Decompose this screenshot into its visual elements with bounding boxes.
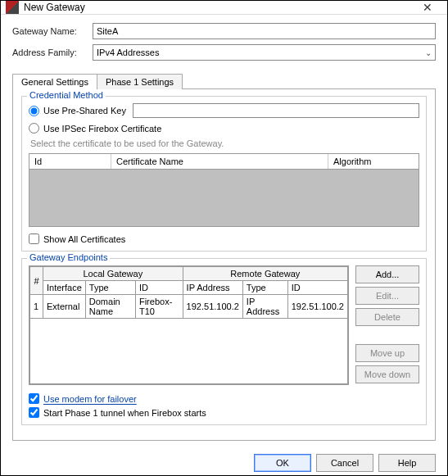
move-down-button[interactable]: Move down (355, 365, 419, 383)
add-button[interactable]: Add... (355, 265, 419, 283)
use-psk-radio[interactable] (29, 106, 39, 116)
cert-hint: Select the certificate to be used for th… (30, 138, 419, 148)
gateway-endpoints-legend: Gateway Endpoints (27, 252, 110, 262)
cert-col-name: Certificate Name (111, 154, 328, 169)
show-all-certs-checkbox[interactable] (29, 233, 39, 244)
col-ip: IP Address (183, 281, 242, 295)
col-interface: Interface (43, 281, 86, 295)
move-up-button[interactable]: Move up (355, 344, 419, 362)
endpoints-table[interactable]: # Local Gateway Remote Gateway Interface… (29, 265, 349, 385)
tab-pane-general: Credential Method Use Pre-Shared Key Use… (12, 88, 436, 441)
address-family-label: Address Family: (12, 48, 93, 57)
app-icon (6, 1, 19, 14)
use-modem-failover-label[interactable]: Use modem for failover (43, 394, 137, 404)
window-title: New Gateway (24, 2, 413, 13)
use-cert-label: Use IPSec Firebox Certificate (43, 124, 161, 134)
psk-input[interactable] (133, 103, 419, 118)
use-cert-radio[interactable] (29, 123, 39, 134)
gateway-endpoints-group: Gateway Endpoints # Local Gateway Remote… (21, 258, 427, 425)
gateway-name-input[interactable] (93, 23, 436, 39)
credential-method-legend: Credential Method (27, 90, 106, 100)
edit-button[interactable]: Edit... (355, 287, 419, 305)
show-all-certs-label: Show All Certificates (43, 234, 125, 244)
dialog-footer: OK Cancel Help (1, 447, 447, 476)
cert-table-header: Id Certificate Name Algorithm (29, 153, 419, 170)
cert-col-id: Id (29, 154, 111, 169)
col-id: ID (135, 281, 183, 295)
tab-general-settings[interactable]: General Settings (12, 74, 97, 89)
dialog-window: New Gateway ✕ Gateway Name: Address Fami… (0, 0, 448, 476)
col-rid: ID (287, 281, 347, 295)
titlebar: New Gateway ✕ (1, 1, 447, 15)
address-family-value: IPv4 Addresses (97, 48, 159, 57)
dialog-body: Gateway Name: Address Family: IPv4 Addre… (1, 15, 447, 447)
col-local-gateway: Local Gateway (43, 267, 183, 281)
cert-table-body[interactable] (29, 170, 419, 227)
close-icon[interactable]: ✕ (413, 1, 442, 14)
tab-phase1-settings[interactable]: Phase 1 Settings (97, 74, 183, 89)
use-modem-failover-checkbox[interactable] (29, 393, 39, 404)
start-phase1-checkbox[interactable] (29, 407, 39, 418)
address-family-select[interactable]: IPv4 Addresses ⌄ (93, 44, 436, 61)
col-type: Type (85, 281, 135, 295)
table-row[interactable]: 1 External Domain Name Firebox-T10 192.5… (30, 295, 348, 319)
use-psk-label: Use Pre-Shared Key (43, 106, 126, 116)
delete-button[interactable]: Delete (355, 308, 419, 326)
help-button[interactable]: Help (378, 454, 436, 472)
credential-method-group: Credential Method Use Pre-Shared Key Use… (21, 96, 427, 252)
endpoint-buttons: Add... Edit... Delete Move up Move down (355, 265, 419, 385)
cert-col-alg: Algorithm (328, 154, 419, 169)
chevron-down-icon: ⌄ (425, 48, 432, 57)
ok-button[interactable]: OK (254, 454, 311, 472)
col-num: # (30, 267, 43, 295)
cancel-button[interactable]: Cancel (316, 454, 373, 472)
gateway-name-label: Gateway Name: (12, 26, 93, 36)
start-phase1-label: Start Phase 1 tunnel when Firebox starts (43, 408, 206, 418)
col-remote-gateway: Remote Gateway (183, 267, 347, 281)
col-rtype: Type (242, 281, 287, 295)
